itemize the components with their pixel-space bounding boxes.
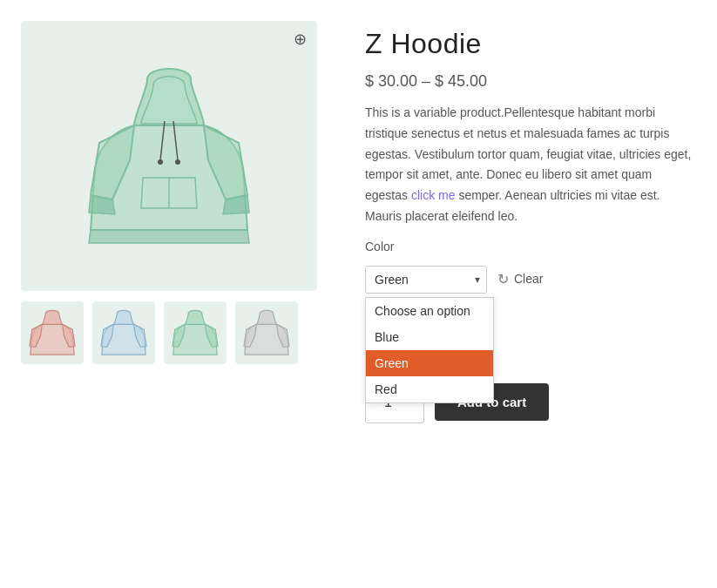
product-description: This is a variable product.Pellentesque … [365,103,696,227]
thumbnails [21,301,330,364]
product-image [82,56,256,256]
product-title: Z Hoodie [365,28,696,60]
dropdown-option-green[interactable]: Green [366,350,493,376]
clear-button[interactable]: ↻ Clear [497,271,543,287]
thumbnail-3[interactable] [164,301,227,364]
svg-point-3 [175,159,180,165]
dropdown-option-blue[interactable]: Blue [366,324,493,350]
main-image: ⊕ [21,21,317,291]
zoom-icon[interactable]: ⊕ [294,30,307,49]
color-select-wrapper: Choose an option Blue Green Red ▾ Choose… [365,266,487,294]
price-range: $ 30.00 – $ 45.00 [365,72,696,91]
description-link[interactable]: click me [411,188,456,202]
thumbnail-4[interactable] [235,301,298,364]
dropdown-option-red[interactable]: Red [366,376,493,402]
page-container: ⊕ [0,0,717,444]
refresh-icon: ↻ [497,271,509,287]
color-row: Choose an option Blue Green Red ▾ Choose… [365,266,696,294]
right-column: Z Hoodie $ 30.00 – $ 45.00 This is a var… [365,21,696,423]
clear-label: Clear [514,272,543,286]
left-column: ⊕ [21,21,330,423]
thumbnail-2[interactable] [92,301,155,364]
color-dropdown: Choose an option Blue Green Red [365,297,494,403]
svg-point-2 [158,159,163,165]
dropdown-option-choose[interactable]: Choose an option [366,298,493,324]
thumbnail-1[interactable] [21,301,84,364]
color-select[interactable]: Choose an option Blue Green Red [365,266,487,294]
color-label: Color [365,240,696,253]
